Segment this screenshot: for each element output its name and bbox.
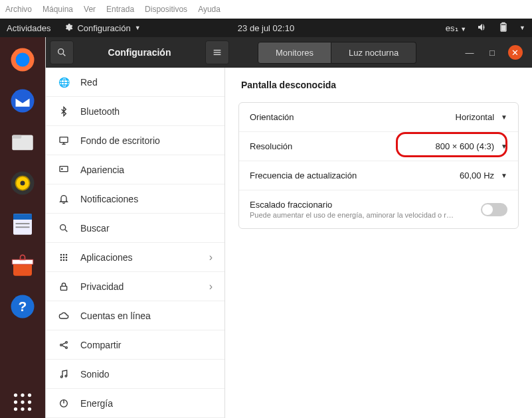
- svg-point-5: [11, 90, 35, 113]
- chevron-right-icon: ›: [209, 281, 213, 293]
- sidebar-item-notifications[interactable]: Notificaciones: [46, 184, 224, 214]
- dock-firefox[interactable]: [7, 44, 39, 76]
- dock-software[interactable]: [7, 249, 39, 281]
- dock-rhythmbox[interactable]: [7, 167, 39, 199]
- svg-rect-34: [60, 166, 68, 171]
- svg-text:?: ?: [19, 299, 27, 314]
- share-icon: [58, 340, 70, 350]
- lock-icon: [58, 281, 70, 292]
- sidebar-item-sharing[interactable]: Compartir: [46, 330, 224, 360]
- sidebar-item-label: Notificaciones: [80, 194, 138, 204]
- sidebar-item-search[interactable]: Buscar: [46, 214, 224, 243]
- chevron-down-icon: ▼: [501, 113, 507, 121]
- tab-monitors[interactable]: Monitores: [258, 42, 331, 64]
- svg-point-21: [21, 400, 24, 403]
- dock-thunderbird[interactable]: [7, 85, 39, 117]
- sidebar-item-privacy[interactable]: Privacidad›: [46, 272, 224, 301]
- refresh-row[interactable]: Frecuencia de actualización 60,00 Hz▼: [239, 161, 518, 190]
- chevron-right-icon: ›: [209, 251, 213, 263]
- desktop-icon: [58, 135, 70, 146]
- svg-point-4: [16, 53, 30, 67]
- host-menu-item[interactable]: Entrada: [106, 5, 134, 14]
- host-menu-item[interactable]: Archivo: [5, 5, 32, 14]
- sidebar-item-label: Bluetooth: [80, 106, 120, 117]
- sidebar-item-label: Energía: [80, 398, 113, 409]
- sidebar-item-sound[interactable]: Sonido: [46, 360, 224, 389]
- content-area: Pantalla desconocida Orientación Horizon…: [225, 68, 532, 418]
- volume-icon[interactable]: [477, 22, 488, 35]
- svg-rect-47: [60, 286, 66, 290]
- sidebar-item-label: Privacidad: [80, 281, 124, 292]
- dock: ?: [0, 37, 45, 418]
- dock-help[interactable]: ?: [7, 291, 39, 322]
- headerbar: Configuración Monitores Luz nocturna — □…: [46, 37, 532, 68]
- app-menu[interactable]: Configuración ▼: [64, 23, 140, 34]
- hamburger-menu-button[interactable]: [205, 40, 229, 64]
- sidebar-item-background[interactable]: Fondo de escritorio: [46, 126, 224, 155]
- sidebar-item-bluetooth[interactable]: Bluetooth: [46, 97, 224, 126]
- host-menu-item[interactable]: Ver: [84, 5, 96, 14]
- svg-rect-31: [60, 137, 68, 142]
- svg-rect-14: [16, 227, 30, 228]
- svg-point-18: [21, 393, 24, 397]
- svg-point-53: [60, 376, 62, 378]
- host-menu-item[interactable]: Ayuda: [198, 5, 221, 14]
- clock[interactable]: 23 de jul 02:10: [238, 23, 294, 33]
- svg-rect-2: [501, 25, 505, 30]
- row-label: Orientación: [250, 112, 456, 122]
- search-button[interactable]: [50, 40, 74, 64]
- power-icon: [58, 398, 70, 409]
- settings-window: Configuración Monitores Luz nocturna — □…: [45, 37, 532, 418]
- keyboard-indicator[interactable]: es₁ ▼: [446, 23, 466, 33]
- svg-point-54: [65, 375, 67, 377]
- svg-point-42: [63, 256, 65, 258]
- minimize-button[interactable]: —: [463, 46, 476, 59]
- activities-button[interactable]: Actividades: [7, 23, 50, 33]
- svg-point-40: [66, 253, 68, 255]
- svg-point-38: [60, 253, 62, 255]
- battery-icon[interactable]: [498, 22, 509, 35]
- svg-rect-13: [16, 223, 30, 224]
- sidebar-item-label: Red: [80, 77, 98, 88]
- svg-rect-12: [13, 214, 32, 220]
- gnome-topbar: Actividades Configuración ▼ 23 de jul 02…: [0, 19, 532, 37]
- resolution-row[interactable]: Resolución 800 × 600 (4:3)▼: [239, 132, 518, 161]
- dock-writer[interactable]: [7, 208, 39, 240]
- close-button[interactable]: ✕: [508, 45, 523, 60]
- window-title: Configuración: [76, 47, 203, 58]
- svg-point-19: [28, 393, 31, 397]
- row-label: Frecuencia de actualización: [250, 171, 460, 180]
- svg-point-39: [63, 253, 65, 255]
- maximize-button[interactable]: □: [486, 46, 499, 59]
- dock-apps-grid[interactable]: [7, 386, 39, 418]
- svg-line-27: [63, 54, 65, 56]
- sidebar-item-power[interactable]: Energía: [46, 389, 224, 418]
- tab-night-light[interactable]: Luz nocturna: [331, 42, 416, 64]
- svg-point-43: [66, 256, 68, 258]
- sidebar-item-network[interactable]: 🌐Red: [46, 68, 224, 97]
- svg-point-24: [21, 407, 24, 411]
- bluetooth-icon: [58, 106, 70, 117]
- fractional-scaling-toggle[interactable]: [481, 203, 507, 216]
- orientation-row[interactable]: Orientación Horizontal▼: [239, 103, 518, 132]
- dock-files[interactable]: [7, 126, 39, 158]
- svg-line-51: [62, 342, 65, 344]
- display-settings-group: Orientación Horizontal▼ Resolución 800 ×…: [238, 102, 519, 229]
- gear-icon: [64, 23, 73, 34]
- host-menu-item[interactable]: Dispositivos: [145, 5, 187, 14]
- system-menu-chevron[interactable]: ▼: [519, 25, 525, 31]
- sidebar-item-online-accounts[interactable]: Cuentas en línea: [46, 301, 224, 330]
- app-menu-label: Configuración: [77, 23, 130, 33]
- host-menu-item[interactable]: Máquina: [43, 5, 73, 14]
- svg-point-22: [28, 400, 31, 403]
- sidebar-item-label: Fondo de escritorio: [80, 135, 160, 146]
- row-label: Resolución: [250, 141, 436, 151]
- svg-line-52: [62, 345, 65, 347]
- sidebar-item-appearance[interactable]: Apariencia: [46, 155, 224, 184]
- section-title: Pantalla desconocida: [238, 80, 519, 90]
- sidebar-item-applications[interactable]: Aplicaciones›: [46, 243, 224, 272]
- svg-point-26: [58, 49, 64, 54]
- svg-point-35: [62, 169, 62, 169]
- sidebar-item-label: Apariencia: [80, 165, 124, 175]
- svg-rect-7: [12, 135, 21, 139]
